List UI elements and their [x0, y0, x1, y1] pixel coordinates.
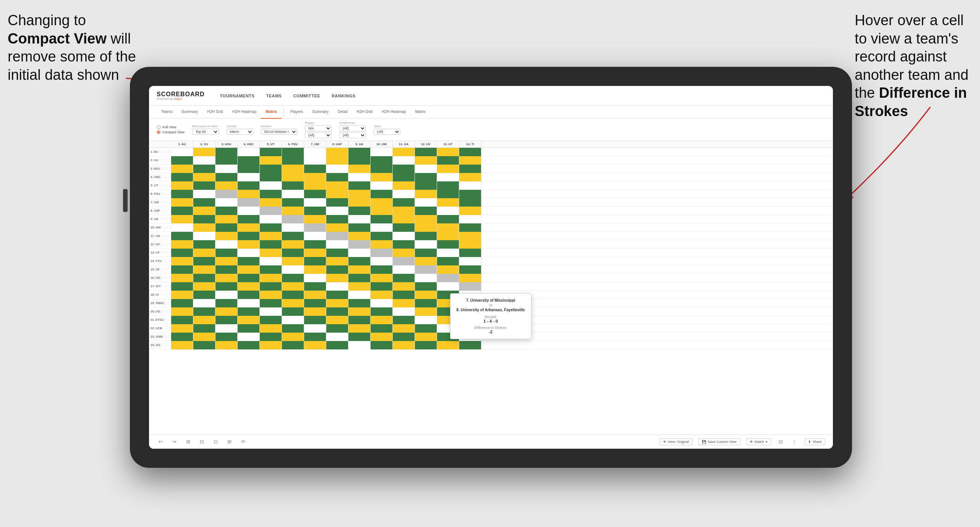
- matrix-cell[interactable]: [193, 181, 215, 190]
- matrix-cell[interactable]: [348, 148, 371, 156]
- matrix-cell[interactable]: [193, 324, 215, 333]
- matrix-cell[interactable]: [215, 148, 238, 156]
- matrix-cell[interactable]: [215, 316, 238, 324]
- matrix-cell[interactable]: [238, 232, 260, 240]
- sub-tab-p-h2h-grid[interactable]: H2H Grid: [352, 106, 377, 119]
- matrix-cell[interactable]: [238, 207, 260, 215]
- matrix-cell[interactable]: [348, 316, 371, 324]
- matrix-cell[interactable]: [348, 282, 371, 291]
- matrix-cell[interactable]: [437, 165, 459, 173]
- matrix-cell[interactable]: [326, 148, 348, 156]
- matrix-cell[interactable]: [393, 249, 415, 257]
- matrix-cell[interactable]: [459, 274, 481, 282]
- matrix-cell[interactable]: [393, 274, 415, 282]
- matrix-cell[interactable]: [304, 240, 326, 249]
- matrix-cell[interactable]: [171, 265, 193, 274]
- matrix-cell[interactable]: [282, 257, 304, 265]
- matrix-cell[interactable]: [304, 341, 326, 349]
- matrix-cell[interactable]: [304, 316, 326, 324]
- matrix-cell[interactable]: [459, 232, 481, 240]
- matrix-cell[interactable]: [393, 307, 415, 316]
- matrix-cell[interactable]: [348, 156, 371, 165]
- matrix-cell[interactable]: [415, 324, 437, 333]
- matrix-cell[interactable]: [326, 282, 348, 291]
- matrix-cell[interactable]: [393, 207, 415, 215]
- matrix-cell[interactable]: [415, 232, 437, 240]
- matrix-cell[interactable]: [282, 240, 304, 249]
- matrix-cell[interactable]: [459, 173, 481, 181]
- matrix-cell[interactable]: [415, 307, 437, 316]
- matrix-cell[interactable]: [260, 282, 282, 291]
- matrix-cell[interactable]: [238, 324, 260, 333]
- matrix-cell[interactable]: [304, 265, 326, 274]
- matrix-cell[interactable]: [171, 333, 193, 341]
- matrix-cell[interactable]: [238, 156, 260, 165]
- matrix-cell[interactable]: [193, 291, 215, 299]
- matrix-cell[interactable]: [437, 148, 459, 156]
- matrix-cell[interactable]: [326, 190, 348, 198]
- matrix-cell[interactable]: [238, 148, 260, 156]
- matrix-cell[interactable]: [415, 165, 437, 173]
- matrix-cell[interactable]: [326, 265, 348, 274]
- matrix-cell[interactable]: [193, 165, 215, 173]
- matrix-cell[interactable]: [304, 215, 326, 223]
- matrix-cell[interactable]: [393, 265, 415, 274]
- matrix-cell[interactable]: [193, 341, 215, 349]
- matrix-cell[interactable]: [415, 173, 437, 181]
- matrix-cell[interactable]: [371, 249, 393, 257]
- matrix-cell[interactable]: [260, 173, 282, 181]
- matrix-cell[interactable]: [282, 148, 304, 156]
- matrix-cell[interactable]: [393, 333, 415, 341]
- matrix-cell[interactable]: [282, 215, 304, 223]
- matrix-cell[interactable]: [326, 173, 348, 181]
- matrix-cell[interactable]: [348, 291, 371, 299]
- matrix-cell[interactable]: [282, 198, 304, 207]
- matrix-cell[interactable]: [459, 207, 481, 215]
- matrix-cell[interactable]: [260, 316, 282, 324]
- matrix-cell[interactable]: [238, 190, 260, 198]
- matrix-cell[interactable]: [371, 190, 393, 198]
- division-select[interactable]: NCAA Division I: [261, 129, 297, 135]
- matrix-cell[interactable]: [459, 223, 481, 232]
- nav-committee[interactable]: COMMITTEE: [293, 92, 320, 100]
- zoom-in-icon[interactable]: ⊞: [225, 438, 233, 446]
- matrix-cell[interactable]: [193, 207, 215, 215]
- matrix-cell[interactable]: [171, 148, 193, 156]
- matrix-cell[interactable]: [371, 274, 393, 282]
- sub-tab-matrix[interactable]: Matrix: [261, 106, 281, 119]
- matrix-cell[interactable]: [193, 156, 215, 165]
- matrix-cell[interactable]: [326, 165, 348, 173]
- matrix-cell[interactable]: [437, 181, 459, 190]
- compact-view-radio[interactable]: Compact View: [157, 130, 185, 134]
- matrix-cell[interactable]: [437, 223, 459, 232]
- matrix-cell[interactable]: [193, 333, 215, 341]
- matrix-cell[interactable]: [282, 316, 304, 324]
- matrix-cell[interactable]: [326, 333, 348, 341]
- matrix-cell[interactable]: [415, 291, 437, 299]
- matrix-cell[interactable]: [304, 198, 326, 207]
- matrix-cell[interactable]: [459, 165, 481, 173]
- matrix-cell[interactable]: [260, 181, 282, 190]
- matrix-cell[interactable]: [326, 307, 348, 316]
- matrix-cell[interactable]: [415, 299, 437, 307]
- matrix-cell[interactable]: [348, 307, 371, 316]
- matrix-cell[interactable]: [348, 333, 371, 341]
- matrix-cell[interactable]: [348, 257, 371, 265]
- matrix-cell[interactable]: [260, 299, 282, 307]
- matrix-cell[interactable]: [193, 232, 215, 240]
- matrix-cell[interactable]: [437, 215, 459, 223]
- matrix-cell[interactable]: [193, 316, 215, 324]
- matrix-cell[interactable]: [393, 299, 415, 307]
- matrix-cell[interactable]: [282, 282, 304, 291]
- undo-icon[interactable]: ↩: [157, 438, 164, 446]
- matrix-cell[interactable]: [171, 223, 193, 232]
- team-select[interactable]: (All): [374, 129, 400, 135]
- matrix-cell[interactable]: [238, 282, 260, 291]
- nav-rankings[interactable]: RANKINGS: [332, 92, 356, 100]
- matrix-cell[interactable]: [393, 257, 415, 265]
- matrix-cell[interactable]: [326, 341, 348, 349]
- matrix-cell[interactable]: [238, 307, 260, 316]
- matrix-cell[interactable]: [393, 156, 415, 165]
- matrix-cell[interactable]: [304, 173, 326, 181]
- matrix-cell[interactable]: [371, 282, 393, 291]
